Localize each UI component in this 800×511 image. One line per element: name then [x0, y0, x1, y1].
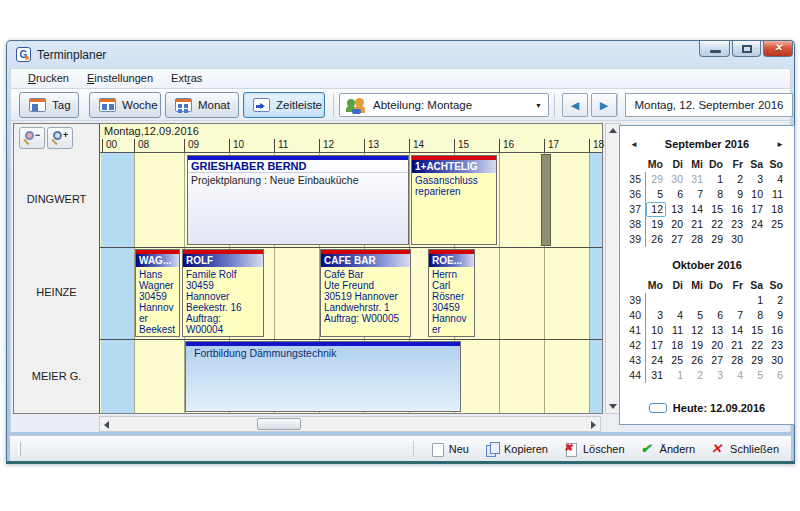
calendar-day[interactable]: 11	[766, 187, 786, 202]
scroll-up-icon[interactable]	[609, 128, 617, 133]
calendar-day[interactable]: 28	[686, 232, 706, 247]
calendar-day[interactable]: 20	[666, 217, 686, 232]
appointment[interactable]: ROE...Herrn Carl Rösner 30459 Hannov er	[428, 249, 475, 337]
calendar-day[interactable]: 18	[666, 338, 686, 353]
schedule-grid[interactable]: GRIESHABER BERNDProjektplanung : Neue Ei…	[100, 153, 602, 413]
calendar-day[interactable]: 2	[726, 172, 746, 187]
calendar-day[interactable]: 24	[746, 217, 766, 232]
calendar-day[interactable]: 18	[766, 202, 786, 217]
calendar-day[interactable]: 3	[746, 172, 766, 187]
calendar-day[interactable]: 25	[666, 353, 686, 368]
appointment[interactable]: CAFE BARCafé Bar Ute Freund 30519 Hannov…	[320, 249, 411, 337]
calendar-day[interactable]: 21	[686, 217, 706, 232]
calendar-day[interactable]: 17	[646, 338, 666, 353]
calendar-day[interactable]: 11	[666, 323, 686, 338]
calendar-day[interactable]: 29	[646, 172, 666, 187]
calendar-day[interactable]: 23	[766, 338, 786, 353]
calendar-day[interactable]: 16	[726, 202, 746, 217]
calendar-day[interactable]: 8	[706, 187, 726, 202]
calendar-day[interactable]: 1	[746, 293, 766, 308]
calendar-day[interactable]: 28	[726, 353, 746, 368]
calendar-day[interactable]: 22	[706, 217, 726, 232]
close-window-button[interactable]: ✕	[763, 41, 793, 57]
view-button-woche[interactable]: Woche	[89, 92, 161, 118]
calendar-day[interactable]: 24	[646, 353, 666, 368]
calendar-day[interactable]: 9	[726, 187, 746, 202]
calendar-day[interactable]: 13	[666, 202, 686, 217]
view-button-tag[interactable]: Tag	[19, 92, 79, 118]
calendar-day[interactable]: 29	[746, 353, 766, 368]
calendar-day[interactable]: 4	[766, 172, 786, 187]
calendar-day[interactable]: 12	[686, 323, 706, 338]
calendar-day[interactable]: 30	[766, 353, 786, 368]
calendar-day[interactable]: 19	[646, 217, 666, 232]
delete-button[interactable]: Löschen	[564, 442, 625, 456]
next-day-button[interactable]: ▶	[591, 93, 617, 117]
calendar-day[interactable]: 1	[666, 368, 686, 383]
appointment[interactable]: Fortbildung Dämmungstechnik	[185, 341, 461, 412]
calendar-day[interactable]: 23	[726, 217, 746, 232]
calendar-day[interactable]: 12	[646, 202, 666, 217]
calendar-day[interactable]: 2	[766, 293, 786, 308]
scroll-left-icon[interactable]	[104, 421, 109, 429]
calendar-day[interactable]: 5	[746, 368, 766, 383]
calendar-day[interactable]: 27	[706, 353, 726, 368]
calendar-day[interactable]: 5	[646, 187, 666, 202]
close-button[interactable]: Schließen	[711, 442, 779, 456]
calendar-day[interactable]: 15	[706, 202, 726, 217]
time-marker[interactable]	[541, 154, 551, 246]
menu-item-einstellungen[interactable]: Einstellungen	[78, 69, 162, 88]
calendar-day[interactable]: 22	[746, 338, 766, 353]
scroll-right-icon[interactable]	[591, 421, 596, 429]
title-bar[interactable]: G Terminplaner ✕	[7, 41, 794, 68]
maximize-button[interactable]	[732, 41, 761, 57]
calendar-day[interactable]: 30	[726, 232, 746, 247]
zoom-out-button[interactable]: −	[19, 127, 45, 149]
calendar-day[interactable]: 31	[686, 172, 706, 187]
calendar-day[interactable]: 26	[686, 353, 706, 368]
calendar-day[interactable]: 8	[746, 308, 766, 323]
calendar-day[interactable]: 26	[646, 232, 666, 247]
department-dropdown[interactable]: Abteilung: Montage ▼	[339, 93, 549, 117]
calendar-day[interactable]: 1	[706, 172, 726, 187]
calendar-day[interactable]: 6	[706, 308, 726, 323]
calendar-day[interactable]: 14	[726, 323, 746, 338]
appointment[interactable]: GRIESHABER BERNDProjektplanung : Neue Ei…	[187, 155, 409, 245]
minimize-button[interactable]	[699, 41, 730, 57]
calendar-day[interactable]: 21	[726, 338, 746, 353]
change-button[interactable]: Ändern	[641, 442, 695, 456]
calendar-day[interactable]: 4	[726, 368, 746, 383]
scrollbar-thumb[interactable]	[257, 418, 301, 430]
calendar-day[interactable]: 6	[766, 368, 786, 383]
calendar-day[interactable]: 17	[746, 202, 766, 217]
calendar-day[interactable]: 4	[666, 308, 686, 323]
previous-day-button[interactable]: ◀	[562, 93, 588, 117]
calendar-day[interactable]: 27	[666, 232, 686, 247]
menu-item-extras[interactable]: Extras	[162, 69, 211, 88]
calendar-day[interactable]: 13	[706, 323, 726, 338]
calendar-day[interactable]: 15	[746, 323, 766, 338]
calendar-day[interactable]: 7	[726, 308, 746, 323]
calendar-day[interactable]: 30	[666, 172, 686, 187]
appointment[interactable]: WAG...Hans Wagner 30459 Hannover Beekest…	[135, 249, 180, 337]
new-button[interactable]: Neu	[430, 442, 469, 456]
menu-item-drucken[interactable]: Drucken	[19, 69, 78, 88]
calendar-day[interactable]: 6	[666, 187, 686, 202]
calendar-day[interactable]: 25	[766, 217, 786, 232]
appointment[interactable]: ROLFFamile Rolf 30459 Hannover Beekestr.…	[182, 249, 264, 337]
calendar-day[interactable]: 10	[646, 323, 666, 338]
calendar-next-icon[interactable]: ►	[776, 140, 784, 149]
calendar-day[interactable]: 29	[706, 232, 726, 247]
calendar-day[interactable]: 9	[766, 308, 786, 323]
calendar-day[interactable]: 5	[686, 308, 706, 323]
appointment[interactable]: 1+ACHTELIGGasanschluss reparieren	[411, 155, 497, 245]
calendar-day[interactable]: 2	[686, 368, 706, 383]
calendar-day[interactable]: 19	[686, 338, 706, 353]
scroll-down-icon[interactable]	[609, 404, 617, 409]
calendar-day[interactable]: 31	[646, 368, 666, 383]
copy-button[interactable]: Kopieren	[485, 442, 548, 456]
calendar-day[interactable]: 3	[646, 308, 666, 323]
calendar-day[interactable]: 7	[686, 187, 706, 202]
calendar-day[interactable]: 14	[686, 202, 706, 217]
view-button-zeitleiste[interactable]: Zeitleiste	[243, 92, 325, 118]
